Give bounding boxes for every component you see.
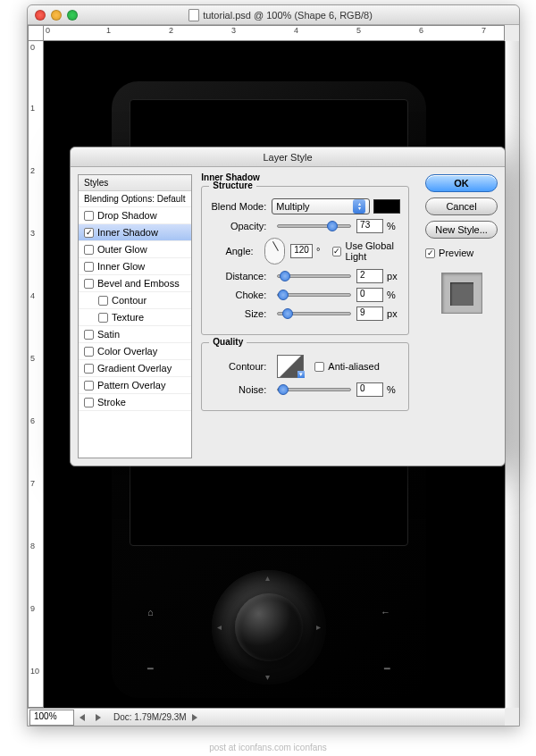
checkbox-icon[interactable] [314, 362, 324, 372]
checkbox-icon[interactable] [84, 330, 94, 340]
ruler-tick: 6 [30, 416, 43, 425]
minimize-icon[interactable] [51, 10, 62, 21]
blend-mode-select[interactable]: Multiply ▴▾ [272, 198, 370, 214]
style-item-outer-glow[interactable]: Outer Glow [79, 241, 191, 258]
checkbox-icon[interactable] [425, 248, 435, 258]
opacity-label: Opacity: [209, 221, 266, 231]
ruler-tick: 1 [106, 26, 111, 35]
ruler-horizontal[interactable]: 0 1 2 3 4 5 6 7 [44, 25, 505, 41]
ruler-tick: 5 [356, 26, 361, 35]
size-slider[interactable] [277, 312, 351, 315]
ruler-tick: 0 [46, 26, 50, 35]
style-list: Styles Blending Options: Default Drop Sh… [78, 174, 192, 458]
opacity-slider[interactable] [277, 224, 351, 228]
distance-label: Distance: [209, 271, 266, 281]
preview-label: Preview [439, 248, 473, 258]
style-item-texture[interactable]: Texture [79, 309, 191, 326]
unit-label: px [387, 271, 401, 281]
contour-picker[interactable]: ▾ [277, 355, 304, 378]
checkbox-icon[interactable] [332, 247, 341, 256]
chevron-right-icon[interactable] [192, 714, 197, 721]
angle-input[interactable]: 120 [290, 244, 313, 258]
opacity-input[interactable]: 73 [356, 219, 383, 233]
dpad-ring: ▴ ▾ ◂ ▸ [212, 570, 326, 685]
checkbox-icon[interactable] [84, 211, 94, 221]
style-item-stroke[interactable]: Stroke [79, 394, 191, 411]
select-arrows-icon: ▴▾ [353, 199, 365, 214]
global-light-label: Use Global Light [345, 240, 401, 262]
chevron-left-icon[interactable] [80, 714, 85, 721]
style-item-inner-shadow[interactable]: Inner Shadow [79, 224, 191, 241]
ruler-tick: 5 [30, 354, 43, 363]
dialog-title[interactable]: Layer Style [71, 147, 505, 167]
ok-button[interactable]: OK [425, 174, 498, 192]
blending-options-item[interactable]: Blending Options: Default [79, 191, 191, 207]
zoom-icon[interactable] [67, 10, 78, 21]
style-item-gradient-overlay[interactable]: Gradient Overlay [79, 360, 191, 377]
color-swatch[interactable] [373, 199, 400, 214]
checkbox-icon[interactable] [84, 347, 94, 357]
chevron-up-icon: ▴ [265, 573, 270, 583]
checkbox-icon[interactable] [84, 381, 94, 391]
style-item-pattern-overlay[interactable]: Pattern Overlay [79, 377, 191, 394]
style-item-inner-glow[interactable]: Inner Glow [79, 258, 191, 275]
statusbar: 100% Doc: 1.79M/29.3M [28, 708, 505, 726]
close-icon[interactable] [35, 10, 46, 21]
checkbox-icon[interactable] [98, 313, 108, 323]
choke-input[interactable]: 0 [356, 288, 383, 302]
new-style-button[interactable]: New Style... [425, 221, 498, 239]
ruler-tick: 10 [30, 667, 43, 676]
unit-label: % [387, 290, 401, 300]
style-item-contour[interactable]: Contour [79, 292, 191, 309]
blend-mode-label: Blend Mode: [209, 201, 266, 212]
layer-style-dialog: Layer Style Styles Blending Options: Def… [70, 147, 506, 466]
checkbox-icon[interactable] [84, 228, 94, 238]
distance-slider[interactable] [277, 274, 351, 278]
contour-label: Contour: [209, 361, 266, 372]
zoom-input[interactable]: 100% [29, 710, 74, 726]
style-item-color-overlay[interactable]: Color Overlay [79, 343, 191, 360]
dialog-buttons: OK Cancel New Style... Preview [418, 167, 505, 466]
angle-dial[interactable] [264, 238, 286, 265]
window-title: tutorial.psd @ 100% (Shape 6, RGB/8) [78, 9, 519, 21]
structure-group: Structure Blend Mode: Multiply ▴▾ Opacit… [201, 186, 409, 335]
noise-input[interactable]: 0 [356, 382, 383, 397]
chevron-down-icon: ▾ [297, 371, 305, 378]
checkbox-icon[interactable] [84, 398, 94, 407]
checkbox-icon[interactable] [84, 245, 94, 255]
checkbox-icon[interactable] [84, 364, 94, 374]
choke-label: Choke: [209, 290, 266, 300]
choke-slider[interactable] [277, 293, 351, 297]
unit-label: % [387, 384, 401, 395]
chevron-down-icon: ▾ [265, 672, 270, 682]
settings-panel: Inner Shadow Structure Blend Mode: Multi… [192, 167, 418, 466]
checkbox-icon[interactable] [98, 296, 108, 306]
titlebar[interactable]: tutorial.psd @ 100% (Shape 6, RGB/8) [28, 5, 519, 25]
ruler-tick: 3 [30, 229, 43, 238]
ruler-tick: 2 [30, 166, 43, 175]
dpad-center [235, 593, 303, 661]
noise-slider[interactable] [277, 388, 351, 391]
size-input[interactable]: 9 [356, 307, 383, 321]
checkbox-icon[interactable] [84, 262, 94, 272]
ruler-origin[interactable] [28, 25, 44, 41]
style-item-drop-shadow[interactable]: Drop Shadow [79, 207, 191, 224]
anti-aliased-label: Anti-aliased [328, 361, 379, 372]
group-label: Structure [209, 181, 255, 190]
style-item-satin[interactable]: Satin [79, 326, 191, 343]
style-item-bevel[interactable]: Bevel and Emboss [79, 275, 191, 292]
ruler-vertical[interactable]: 0 1 2 3 4 5 6 7 8 9 10 [28, 41, 44, 708]
distance-input[interactable]: 2 [356, 269, 383, 283]
call-icon: ━ [147, 663, 154, 675]
checkbox-icon[interactable] [84, 279, 94, 289]
styles-header[interactable]: Styles [79, 175, 191, 191]
document-icon [188, 9, 199, 21]
ruler-tick: 7 [30, 479, 43, 488]
ruler-tick: 6 [419, 26, 423, 35]
cancel-button[interactable]: Cancel [425, 197, 498, 215]
size-label: Size: [209, 308, 266, 319]
scrollbar-vertical[interactable] [505, 41, 519, 708]
ruler-tick: 9 [30, 604, 43, 613]
chevron-right-icon[interactable] [96, 714, 101, 721]
chevron-left-icon: ◂ [217, 622, 222, 632]
